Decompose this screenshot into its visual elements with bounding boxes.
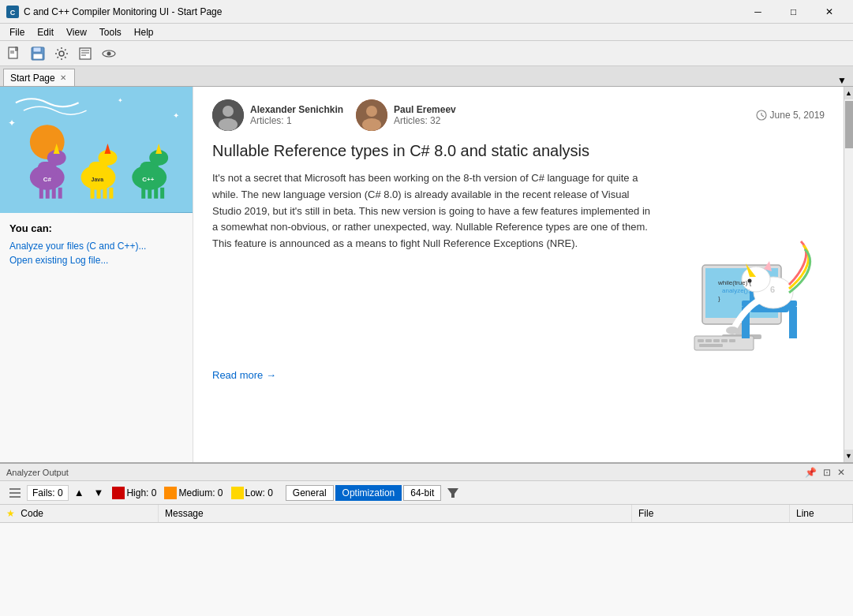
table-container: ★ Code Message File Line [0, 505, 853, 616]
svg-text:while(true) {: while(true) { [717, 279, 752, 286]
svg-rect-6 [33, 47, 41, 52]
author2-articles: Articles: 32 [394, 115, 456, 126]
svg-text:analyze();: analyze(); [722, 287, 750, 294]
article-meta: Alexander Senichkin Articles: 1 Paul Ere… [212, 99, 825, 131]
sidebar-illustration: C# Java C++ [0, 87, 193, 213]
svg-point-48 [223, 106, 234, 117]
tab-general[interactable]: General [286, 485, 334, 501]
read-more-link[interactable]: Read more → [212, 369, 825, 381]
low-label: Low: 0 [245, 487, 273, 498]
table-header-row: ★ Code Message File Line [0, 505, 853, 523]
svg-point-52 [362, 118, 381, 131]
menu-tools[interactable]: Tools [93, 25, 128, 39]
analyzer-pin[interactable]: 📌 [803, 467, 818, 478]
author1-details: Alexander Senichkin Articles: 1 [250, 104, 343, 126]
analyzer-title: Analyzer Output [6, 468, 69, 477]
svg-rect-24 [58, 188, 62, 199]
author2-details: Paul Eremeev Articles: 32 [394, 104, 456, 126]
svg-marker-84 [447, 488, 458, 498]
col-line: Line [790, 505, 853, 523]
toolbar-settings[interactable] [51, 43, 73, 64]
svg-rect-21 [39, 188, 43, 199]
menu-edit[interactable]: Edit [31, 25, 60, 39]
window-title: C and C++ Compiler Monitoring UI - Start… [24, 6, 222, 17]
menu-button[interactable] [5, 485, 25, 501]
fails-label: Fails: 0 [32, 487, 63, 498]
svg-text:✦: ✦ [8, 118, 16, 129]
col-message: Message [159, 505, 632, 523]
tab-close-button[interactable]: ✕ [58, 73, 68, 82]
menu-help[interactable]: Help [128, 25, 160, 39]
tab-label: Start Page [10, 73, 55, 84]
you-can-label: You can: [9, 222, 183, 234]
minimize-button[interactable]: ─ [740, 0, 776, 24]
svg-rect-9 [80, 48, 91, 59]
analyzer-header: Analyzer Output 📌 ⊡ ✕ [0, 464, 853, 481]
analyzer-toolbar: Fails: 0 ▲ ▼ High: 0 Medium: 0 Low: 0 Ge… [0, 481, 853, 505]
svg-text:}: } [718, 295, 720, 302]
open-log-link[interactable]: Open existing Log file... [9, 255, 183, 266]
article-body: It's not a secret that Microsoft has bee… [212, 170, 654, 360]
analyzer-header-controls: 📌 ⊡ ✕ [803, 467, 847, 478]
filter-button[interactable] [443, 486, 463, 500]
menu-view[interactable]: View [60, 25, 93, 39]
sort-up-button[interactable]: ▲ [70, 484, 88, 501]
tabbar-scroll[interactable]: ▼ [837, 75, 850, 86]
article-container: Alexander Senichkin Articles: 1 Paul Ere… [193, 87, 853, 462]
toolbar-view[interactable] [98, 43, 120, 64]
analyzer-float[interactable]: ⊡ [821, 467, 832, 478]
svg-rect-31 [96, 188, 100, 199]
svg-rect-40 [148, 188, 152, 199]
tab-64bit[interactable]: 64-bit [403, 485, 441, 501]
main-content: C# Java C++ [0, 87, 853, 462]
svg-text:C: C [10, 9, 16, 17]
scroll-up[interactable]: ▲ [844, 87, 853, 99]
svg-line-55 [761, 115, 764, 117]
article-area: Alexander Senichkin Articles: 1 Paul Ere… [193, 87, 844, 462]
svg-rect-64 [721, 339, 728, 342]
scroll-thumb[interactable] [845, 101, 853, 148]
svg-rect-23 [52, 188, 56, 199]
maximize-button[interactable]: □ [776, 0, 811, 24]
author2-avatar [356, 99, 387, 131]
analyzer-close[interactable]: ✕ [836, 467, 847, 478]
app-icon: C [6, 6, 19, 18]
scroll-down[interactable]: ▼ [844, 450, 853, 462]
svg-rect-62 [705, 339, 712, 342]
analyze-files-link[interactable]: Analyze your files (C and C++)... [9, 241, 183, 252]
svg-rect-39 [141, 188, 145, 199]
svg-point-49 [219, 118, 238, 131]
toolbar-log[interactable] [74, 43, 96, 64]
date-text: June 5, 2019 [770, 110, 825, 121]
high-bar [112, 487, 125, 499]
svg-rect-22 [46, 188, 50, 199]
main-toolbar [0, 41, 853, 66]
clock-icon [756, 110, 767, 121]
low-bar [231, 487, 244, 499]
toolbar-new[interactable] [3, 43, 25, 64]
fails-badge: Fails: 0 [27, 485, 69, 501]
tab-optimization[interactable]: Optimization [335, 485, 402, 501]
toolbar-save[interactable] [27, 43, 49, 64]
author1-name: Alexander Senichkin [250, 104, 343, 115]
author1-avatar [212, 99, 244, 131]
sort-down-button[interactable]: ▼ [90, 484, 108, 501]
svg-text:6: 6 [770, 285, 775, 294]
star-header-icon: ★ [6, 508, 15, 519]
start-page-tab[interactable]: Start Page ✕ [3, 69, 75, 86]
medium-bar [164, 487, 177, 499]
sidebar-links: You can: Analyze your files (C and C++).… [0, 213, 193, 278]
svg-text:C#: C# [43, 176, 52, 183]
svg-rect-69 [789, 307, 797, 338]
right-scrollbar[interactable]: ▲ ▼ [844, 87, 853, 462]
menu-file[interactable]: File [3, 25, 31, 39]
svg-rect-65 [729, 339, 735, 342]
high-label: High: 0 [126, 487, 156, 498]
svg-rect-66 [699, 344, 723, 347]
menubar: File Edit View Tools Help [0, 24, 853, 41]
close-button[interactable]: ✕ [811, 0, 847, 24]
svg-rect-7 [33, 54, 43, 59]
window-controls[interactable]: ─ □ ✕ [740, 0, 847, 24]
sidebar: C# Java C++ [0, 87, 193, 462]
article-illustration: 6 while(true) { analyze(); } [667, 170, 825, 360]
